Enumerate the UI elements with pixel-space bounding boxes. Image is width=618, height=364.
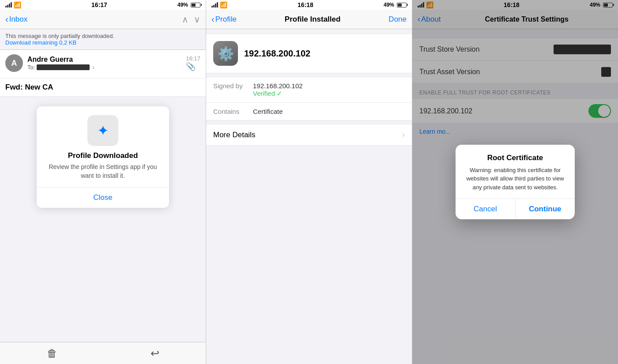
mail-subject: Fwd: New CA [0,79,206,97]
reply-button[interactable]: ↩ [151,347,159,360]
signal-area: 📶 [5,1,21,8]
signed-by-label: Signed by [213,82,253,98]
mail-header: A Andre Guerra To: › 16:17 📎 [0,50,206,79]
verified-row: Verified ✓ [253,90,405,98]
alert-message: Warning: enabling this certificate for w… [464,166,566,192]
signal-icon-2 [211,2,218,8]
dialog-message: Review the profile in Settings app if yo… [45,163,160,180]
mail-nav-bar: ‹ Inbox ∧ ∨ [0,10,206,29]
more-details-row[interactable]: More Details › [206,124,412,146]
cert-panel: 📶 16:18 49% ‹ About Certificate Trust Se… [412,0,618,364]
expand-icon[interactable]: › [92,64,94,71]
battery-icon-2 [397,3,407,8]
battery-percent-2: 49% [384,2,394,8]
down-arrow-button[interactable]: ∨ [194,14,200,25]
profile-nav-bar: ‹ Profile Profile Installed Done [206,10,412,29]
profile-back-label: Profile [215,15,237,24]
up-arrow-button[interactable]: ∧ [182,14,188,25]
certificate-icon: ✦ [97,122,109,139]
wifi-icon-2: 📶 [220,1,227,8]
attachment-icon: 📎 [186,62,200,71]
done-button[interactable]: Done [388,15,407,24]
mail-nav-actions: ∧ ∨ [182,14,200,25]
profile-back-button[interactable]: ‹ Profile [211,14,237,24]
status-bar-2: 📶 16:18 49% [206,0,412,10]
profile-panel: 📶 16:18 49% ‹ Profile Profile Installed … [206,0,412,364]
alert-overlay: Root Certificate Warning: enabling this … [412,0,618,364]
cancel-button[interactable]: Cancel [456,199,516,219]
signal-icon [5,2,12,8]
dialog-content: Profile Downloaded Review the profile in… [37,146,169,187]
mail-time: 16:17 📎 [186,55,200,71]
contains-value: Certificate [253,108,405,115]
profile-header-card: ⚙️ 192.168.200.102 [206,34,412,73]
sender-row: A Andre Guerra To: › 16:17 📎 [5,54,200,72]
sender-name: Andre Guerra [27,56,181,64]
settings-gear-icon: ⚙️ [213,41,238,66]
battery-area-1: 49% [177,2,200,8]
inbox-back-button[interactable]: ‹ Inbox [5,14,27,24]
recipient-redacted [37,64,90,70]
to-label: To: [27,64,35,71]
profile-content: ⚙️ 192.168.200.102 Signed by 192.168.200… [206,29,412,364]
signal-area-2: 📶 [211,1,227,8]
profile-file-icon: ✦ [87,115,118,146]
more-details-chevron-icon: › [402,130,405,139]
status-bar-1: 📶 16:17 49% [0,0,206,10]
download-link[interactable]: Download remaining 0,2 KB [5,39,200,46]
close-button[interactable]: Close [37,188,169,208]
battery-percent-1: 49% [177,2,188,8]
alert-buttons: Cancel Continue [456,199,575,219]
verified-text: Verified [253,90,275,97]
dialog-title: Profile Downloaded [45,151,160,160]
status-time-2: 16:18 [298,1,313,8]
contains-label: Contains [213,108,253,115]
dialog-icon-row: ✦ [37,106,169,146]
sender-info: Andre Guerra To: › [27,56,181,71]
continue-button[interactable]: Continue [516,199,575,219]
inbox-label: Inbox [9,15,28,24]
partial-warning-text: This message is only partially downloade… [5,33,200,39]
profile-installed-title: Profile Installed [285,15,341,24]
mail-toolbar: 🗑 ↩ [0,342,206,364]
avatar-initial: A [11,59,17,68]
root-certificate-alert: Root Certificate Warning: enabling this … [456,145,575,220]
alert-body: Root Certificate Warning: enabling this … [456,145,575,199]
signed-by-value: 192.168.200.102 [253,82,405,90]
contains-values: Certificate [253,108,405,115]
sender-to: To: › [27,64,181,71]
delete-button[interactable]: 🗑 [47,347,57,360]
mail-body: ✦ Profile Downloaded Review the profile … [0,97,206,342]
battery-area-2: 49% [384,2,407,8]
back-chevron-icon-2: ‹ [211,14,215,24]
more-details-label: More Details [213,131,255,139]
back-chevron-icon: ‹ [5,14,8,24]
signed-by-values: 192.168.200.102 Verified ✓ [253,82,405,98]
alert-title: Root Certificate [464,154,566,162]
signed-by-row: Signed by 192.168.200.102 Verified ✓ [206,77,412,103]
done-label: Done [388,15,407,24]
check-icon: ✓ [277,90,283,97]
contains-row: Contains Certificate [206,103,412,120]
status-time-1: 16:17 [91,1,107,8]
partial-download-banner: This message is only partially downloade… [0,29,206,50]
profile-details-card: Signed by 192.168.200.102 Verified ✓ Con… [206,77,412,120]
mail-panel: 📶 16:17 49% ‹ Inbox ∧ ∨ This message is … [0,0,206,364]
profile-downloaded-dialog: ✦ Profile Downloaded Review the profile … [37,106,169,208]
profile-ip-title: 192.168.200.102 [244,49,310,59]
avatar: A [5,54,23,72]
wifi-icon: 📶 [14,1,21,8]
battery-icon-1 [191,3,200,8]
